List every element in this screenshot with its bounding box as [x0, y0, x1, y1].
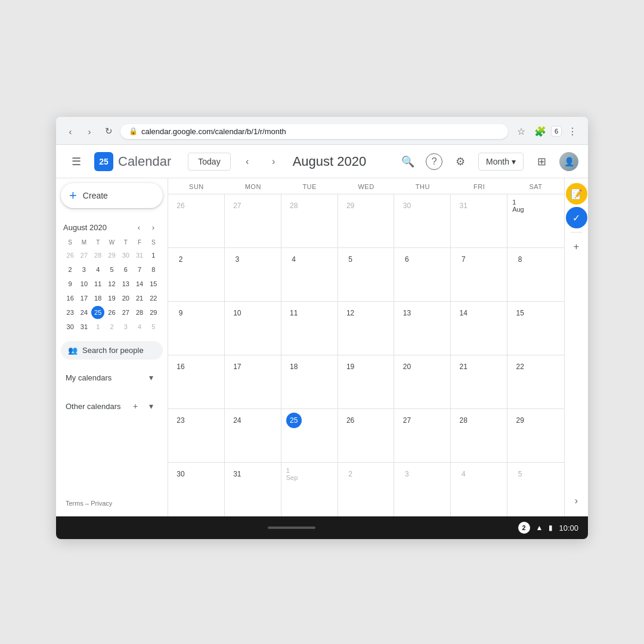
- cal-day-cell[interactable]: 1 Aug: [507, 194, 564, 247]
- cal-day-num[interactable]: 11: [286, 305, 302, 321]
- forward-button[interactable]: ›: [82, 124, 97, 138]
- user-avatar[interactable]: 👤: [559, 152, 578, 171]
- google-apps-button[interactable]: ⊞: [531, 151, 552, 172]
- mini-cal-day[interactable]: 19: [105, 292, 118, 305]
- cal-day-cell[interactable]: 7: [451, 248, 507, 301]
- mini-cal-day[interactable]: 24: [78, 306, 91, 319]
- prev-month-button[interactable]: ‹: [238, 152, 257, 171]
- bookmark-button[interactable]: ☆: [513, 123, 530, 140]
- mini-cal-day[interactable]: 3: [119, 320, 132, 333]
- tasks-button[interactable]: ✓: [566, 207, 587, 228]
- cal-day-num[interactable]: 2: [343, 466, 358, 482]
- cal-day-num[interactable]: 12: [343, 305, 358, 321]
- mini-cal-day[interactable]: 11: [91, 277, 104, 290]
- cal-day-cell[interactable]: 12: [338, 302, 395, 355]
- cal-day-num[interactable]: 5: [512, 466, 528, 482]
- mini-cal-day[interactable]: 18: [91, 292, 104, 305]
- cal-day-num[interactable]: 29: [343, 198, 358, 213]
- cal-day-cell[interactable]: 9: [168, 302, 225, 355]
- cal-day-cell[interactable]: 31: [451, 194, 507, 247]
- mini-cal-day[interactable]: 29: [105, 249, 118, 262]
- other-calendars-section[interactable]: Other calendars + ▾: [61, 395, 163, 417]
- mini-cal-next-button[interactable]: ›: [146, 220, 160, 234]
- cal-day-num[interactable]: 4: [286, 252, 302, 267]
- cal-day-num[interactable]: 10: [230, 305, 245, 321]
- cal-day-num[interactable]: 13: [399, 305, 414, 321]
- cal-day-cell[interactable]: 26: [338, 409, 395, 462]
- cal-day-num[interactable]: 22: [512, 359, 528, 374]
- mini-cal-day[interactable]: 9: [64, 277, 77, 290]
- cal-day-num[interactable]: 27: [230, 198, 245, 213]
- mini-cal-day[interactable]: 27: [78, 249, 91, 262]
- mini-cal-day[interactable]: 29: [147, 306, 160, 319]
- cal-day-num[interactable]: 7: [456, 252, 471, 267]
- mini-cal-day[interactable]: 28: [133, 306, 146, 319]
- cal-day-cell[interactable]: 11: [281, 302, 338, 355]
- mini-cal-day[interactable]: 2: [64, 263, 77, 276]
- mini-cal-day[interactable]: 26: [64, 249, 77, 262]
- cal-day-num[interactable]: 15: [512, 305, 528, 321]
- cal-day-num[interactable]: 27: [399, 413, 414, 428]
- cal-day-num[interactable]: 3: [399, 466, 414, 482]
- mini-cal-prev-button[interactable]: ‹: [132, 220, 146, 234]
- cal-day-num[interactable]: 1 Sep: [286, 466, 302, 482]
- mini-cal-day[interactable]: 5: [105, 263, 118, 276]
- mini-cal-today[interactable]: 25: [91, 306, 104, 319]
- mini-cal-day[interactable]: 8: [147, 263, 160, 276]
- cal-day-cell[interactable]: 4: [451, 463, 507, 516]
- my-calendars-section[interactable]: My calendars ▾: [61, 367, 163, 388]
- cal-day-cell[interactable]: 30: [168, 463, 225, 516]
- cal-day-cell[interactable]: 29: [507, 409, 564, 462]
- cal-day-num[interactable]: 31: [230, 466, 245, 482]
- cal-day-num[interactable]: 1 Aug: [512, 198, 528, 213]
- mini-cal-day[interactable]: 27: [119, 306, 132, 319]
- cal-day-num[interactable]: 3: [230, 252, 245, 267]
- cal-day-cell[interactable]: 28: [451, 409, 507, 462]
- cal-day-num[interactable]: 8: [512, 252, 528, 267]
- hamburger-menu-button[interactable]: ☰: [66, 151, 87, 172]
- cal-day-num[interactable]: 26: [173, 198, 188, 213]
- cal-day-cell[interactable]: 22: [507, 355, 564, 408]
- cal-day-num[interactable]: 14: [456, 305, 471, 321]
- mini-cal-day[interactable]: 7: [133, 263, 146, 276]
- cal-day-num[interactable]: 17: [230, 359, 245, 374]
- cal-day-cell[interactable]: 18: [281, 355, 338, 408]
- mini-cal-day[interactable]: 31: [133, 249, 146, 262]
- cal-day-num[interactable]: 5: [343, 252, 358, 267]
- cal-day-cell[interactable]: 13: [394, 302, 451, 355]
- mini-cal-day[interactable]: 23: [64, 306, 77, 319]
- notes-button[interactable]: 📝: [566, 183, 587, 205]
- next-month-button[interactable]: ›: [264, 152, 283, 171]
- mini-cal-day[interactable]: 26: [105, 306, 118, 319]
- cal-day-num[interactable]: 2: [173, 252, 188, 267]
- reload-button[interactable]: ↻: [101, 124, 116, 138]
- mini-cal-day[interactable]: 30: [64, 320, 77, 333]
- cal-day-cell[interactable]: 17: [225, 355, 281, 408]
- today-button[interactable]: Today: [188, 153, 230, 171]
- settings-button[interactable]: ⚙: [450, 151, 471, 172]
- help-button[interactable]: ?: [426, 153, 442, 170]
- cal-day-num[interactable]: 29: [512, 413, 528, 428]
- cal-day-cell[interactable]: 31: [225, 463, 281, 516]
- cal-day-num[interactable]: 31: [456, 198, 471, 213]
- cal-day-cell[interactable]: 28: [281, 194, 338, 247]
- cal-day-num[interactable]: 24: [230, 413, 245, 428]
- cal-day-cell[interactable]: 16: [168, 355, 225, 408]
- cal-day-cell[interactable]: 4: [281, 248, 338, 301]
- mini-cal-day[interactable]: 20: [119, 292, 132, 305]
- mini-cal-day[interactable]: 28: [91, 249, 104, 262]
- address-bar[interactable]: 🔒 calendar.google.com/calendar/b/1/r/mon…: [120, 124, 508, 139]
- cal-day-cell[interactable]: 5: [338, 248, 395, 301]
- cal-day-num[interactable]: 6: [399, 252, 414, 267]
- mini-cal-day[interactable]: 14: [133, 277, 146, 290]
- cal-day-num[interactable]: 30: [399, 198, 414, 213]
- view-mode-button[interactable]: Month ▾: [478, 153, 524, 171]
- cal-day-num[interactable]: 16: [173, 359, 188, 374]
- cal-day-num[interactable]: 28: [286, 198, 302, 213]
- cal-day-cell[interactable]: 10: [225, 302, 281, 355]
- cal-day-num[interactable]: 20: [399, 359, 414, 374]
- cal-day-cell[interactable]: 19: [338, 355, 395, 408]
- mini-cal-day[interactable]: 15: [147, 277, 160, 290]
- cal-day-num[interactable]: 9: [173, 305, 188, 321]
- mini-cal-day[interactable]: 12: [105, 277, 118, 290]
